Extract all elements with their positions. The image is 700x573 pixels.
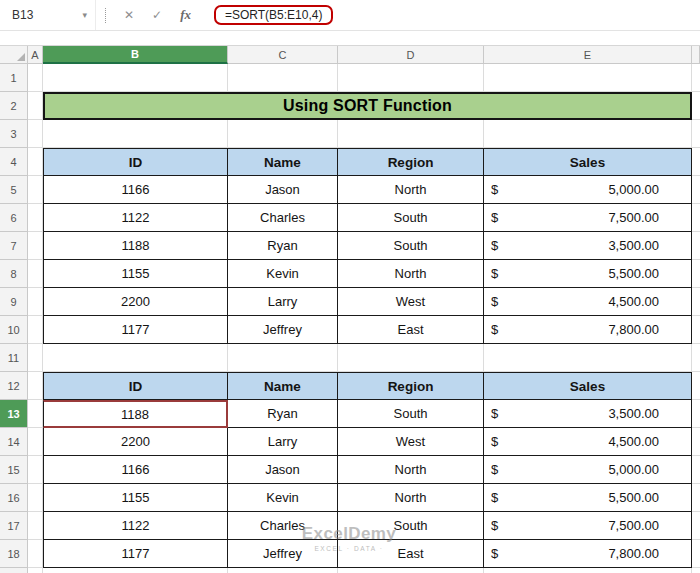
cell-A6[interactable]	[28, 204, 43, 232]
column-header-C[interactable]: C	[228, 46, 338, 64]
enter-icon[interactable]: ✓	[143, 8, 171, 22]
cell-D15[interactable]: North	[338, 456, 484, 484]
cell-E15[interactable]: $5,000.00	[484, 456, 692, 484]
cell-D19[interactable]	[338, 568, 484, 573]
cell-E1[interactable]	[484, 64, 692, 92]
cell-A9[interactable]	[28, 288, 43, 316]
cell-E17[interactable]: $7,500.00	[484, 512, 692, 540]
row-header-2[interactable]: 2	[0, 92, 28, 120]
cell-F12[interactable]	[692, 372, 700, 400]
row-header-14[interactable]: 14	[0, 428, 28, 456]
cell-B11[interactable]	[43, 344, 228, 372]
cell-A13[interactable]	[28, 400, 43, 428]
cell-C8[interactable]: Kevin	[228, 260, 338, 288]
cell-E10[interactable]: $7,800.00	[484, 316, 692, 344]
cell-A3[interactable]	[28, 120, 43, 148]
row-header-18[interactable]: 18	[0, 540, 28, 568]
cell-F3[interactable]	[692, 120, 700, 148]
row-header-4[interactable]: 4	[0, 148, 28, 176]
cell-D1[interactable]	[338, 64, 484, 92]
cell-D14[interactable]: West	[338, 428, 484, 456]
cell-E12[interactable]: Sales	[484, 372, 692, 400]
cell-F17[interactable]	[692, 512, 700, 540]
cell-A4[interactable]	[28, 148, 43, 176]
cell-A11[interactable]	[28, 344, 43, 372]
cell-D10[interactable]: East	[338, 316, 484, 344]
cell-D12[interactable]: Region	[338, 372, 484, 400]
cell-E18[interactable]: $7,800.00	[484, 540, 692, 568]
cell-B3[interactable]	[43, 120, 228, 148]
column-header-B[interactable]: B	[43, 46, 228, 64]
cell-F16[interactable]	[692, 484, 700, 512]
cell-D13[interactable]: South	[338, 400, 484, 428]
cell-A2[interactable]	[28, 92, 43, 120]
column-header-E[interactable]: E	[484, 46, 692, 64]
cell-D17[interactable]: South	[338, 512, 484, 540]
cell-B15[interactable]: 1166	[43, 456, 228, 484]
row-header-1[interactable]: 1	[0, 64, 28, 92]
cell-D9[interactable]: West	[338, 288, 484, 316]
cell-F10[interactable]	[692, 316, 700, 344]
name-box-dropdown-icon[interactable]: ▾	[82, 10, 87, 20]
cell-C16[interactable]: Kevin	[228, 484, 338, 512]
row-header-15[interactable]: 15	[0, 456, 28, 484]
cell-B17[interactable]: 1122	[43, 512, 228, 540]
cell-A16[interactable]	[28, 484, 43, 512]
cell-F7[interactable]	[692, 232, 700, 260]
cell-B4[interactable]: ID	[43, 148, 228, 176]
cell-B1[interactable]	[43, 64, 228, 92]
cell-C9[interactable]: Larry	[228, 288, 338, 316]
cell-B16[interactable]: 1155	[43, 484, 228, 512]
cell-E9[interactable]: $4,500.00	[484, 288, 692, 316]
cell-A1[interactable]	[28, 64, 43, 92]
cell-C3[interactable]	[228, 120, 338, 148]
row-header-5[interactable]: 5	[0, 176, 28, 204]
cell-E8[interactable]: $5,500.00	[484, 260, 692, 288]
column-header-D[interactable]: D	[338, 46, 484, 64]
cell-A10[interactable]	[28, 316, 43, 344]
cell-D11[interactable]	[338, 344, 484, 372]
cell-E11[interactable]	[484, 344, 692, 372]
cell-D7[interactable]: South	[338, 232, 484, 260]
column-header-A[interactable]: A	[28, 46, 43, 64]
column-header-F[interactable]	[692, 46, 700, 64]
row-header-12[interactable]: 12	[0, 372, 28, 400]
cell-B6[interactable]: 1122	[43, 204, 228, 232]
cell-D3[interactable]	[338, 120, 484, 148]
row-header-6[interactable]: 6	[0, 204, 28, 232]
insert-function-icon[interactable]: fx	[171, 7, 200, 23]
cell-E4[interactable]: Sales	[484, 148, 692, 176]
cell-F2[interactable]	[692, 92, 700, 120]
row-header-17[interactable]: 17	[0, 512, 28, 540]
cell-D16[interactable]: North	[338, 484, 484, 512]
cell-F13[interactable]	[692, 400, 700, 428]
cell-F18[interactable]	[692, 540, 700, 568]
cell-F15[interactable]	[692, 456, 700, 484]
cell-A5[interactable]	[28, 176, 43, 204]
cell-E13[interactable]: $3,500.00	[484, 400, 692, 428]
cell-A18[interactable]	[28, 540, 43, 568]
cell-B8[interactable]: 1155	[43, 260, 228, 288]
cell-E3[interactable]	[484, 120, 692, 148]
cell-C10[interactable]: Jeffrey	[228, 316, 338, 344]
cell-C12[interactable]: Name	[228, 372, 338, 400]
cell-F4[interactable]	[692, 148, 700, 176]
cell-E5[interactable]: $5,000.00	[484, 176, 692, 204]
row-header-19[interactable]	[0, 568, 28, 573]
cell-E6[interactable]: $7,500.00	[484, 204, 692, 232]
active-cell-B13[interactable]: 1188	[43, 400, 228, 428]
cell-B5[interactable]: 1166	[43, 176, 228, 204]
cell-C6[interactable]: Charles	[228, 204, 338, 232]
cell-F9[interactable]	[692, 288, 700, 316]
row-header-3[interactable]: 3	[0, 120, 28, 148]
cell-F5[interactable]	[692, 176, 700, 204]
cell-F6[interactable]	[692, 204, 700, 232]
select-all-corner[interactable]	[0, 46, 28, 64]
cell-F11[interactable]	[692, 344, 700, 372]
cell-A7[interactable]	[28, 232, 43, 260]
cell-D18[interactable]: East	[338, 540, 484, 568]
cell-A19[interactable]	[28, 568, 43, 573]
cell-C1[interactable]	[228, 64, 338, 92]
cell-B19[interactable]	[43, 568, 228, 573]
cell-B12[interactable]: ID	[43, 372, 228, 400]
